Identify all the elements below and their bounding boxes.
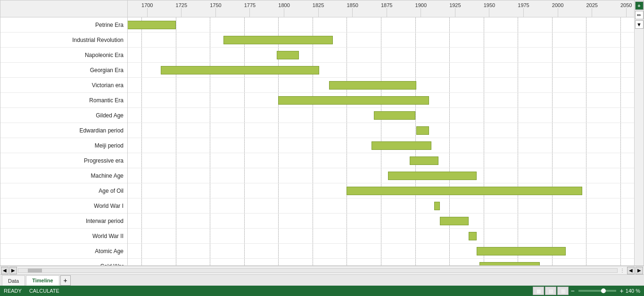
zoom-out-button[interactable]: − [570, 287, 574, 295]
axis-tick-line [318, 8, 319, 17]
axis-ticks: 1700172517501775180018251850187519001925… [128, 0, 634, 17]
labels-column: Petrine EraIndustrial RevolutionNapoleon… [0, 0, 128, 265]
axis-tick-label: 1725 [176, 0, 187, 8]
filter-button[interactable]: ▼ [635, 20, 644, 29]
timeline-bar[interactable] [329, 81, 417, 90]
axis-tick-line [421, 8, 421, 17]
ready-status: READY [4, 288, 22, 294]
label-row: Atomic Age [0, 244, 127, 259]
tab-data[interactable]: Data [2, 275, 25, 286]
label-row: Edwardian period [0, 123, 127, 138]
axis-tick: 1975 [518, 0, 529, 17]
label-row: Napoleonic Era [0, 48, 127, 63]
axis-tick: 1775 [244, 0, 256, 17]
add-button[interactable]: + [635, 1, 644, 10]
zoom-thumb [601, 288, 606, 293]
axis-tick: 2050 [620, 0, 632, 17]
axis-tick: 1925 [449, 0, 461, 17]
timeline-bar[interactable] [410, 156, 438, 165]
label-row: Romantic Era [0, 93, 127, 108]
timeline-bar[interactable] [434, 202, 440, 210]
timeline-bar[interactable] [388, 172, 477, 180]
axis-tick: 1700 [141, 0, 153, 17]
axis-tick-line [523, 8, 524, 17]
bar-row [128, 168, 634, 183]
timeline-bar[interactable] [477, 247, 566, 255]
bar-row [128, 123, 634, 138]
timeline-bar[interactable] [479, 262, 540, 266]
timeline-bar[interactable] [372, 141, 432, 150]
scroll-end-right[interactable]: ▶ [636, 267, 643, 274]
tabs-bar: DataTimeline + [0, 274, 644, 286]
axis-tick-line [558, 8, 558, 17]
timeline-bar[interactable] [223, 36, 333, 44]
timeline-bar[interactable] [469, 232, 477, 240]
label-row: Machine Age [0, 168, 127, 183]
chart-column: 1700172517501775180018251850187519001925… [128, 0, 634, 265]
status-bar: READY CALCULATE ▦▤▥ − + 140 % [0, 286, 644, 296]
tab-timeline[interactable]: Timeline [26, 275, 59, 286]
axis-tick-label: 2025 [586, 0, 597, 8]
label-rows: Petrine EraIndustrial RevolutionNapoleon… [0, 17, 127, 265]
bar-row [128, 214, 634, 229]
view-mode-button[interactable]: ▦ [533, 287, 544, 295]
app-container: Petrine EraIndustrial RevolutionNapoleon… [0, 0, 644, 296]
axis-tick-label: 1975 [518, 0, 529, 8]
timeline-bar[interactable] [161, 66, 320, 74]
bar-row [128, 138, 634, 153]
label-row: Industrial Revolution [0, 33, 127, 48]
add-sheet-button[interactable]: + [60, 275, 71, 286]
scroll-right-button[interactable]: ▶ [9, 267, 17, 274]
view-mode-button[interactable]: ▥ [557, 287, 569, 295]
label-row: World War I [0, 198, 127, 214]
timeline-bar[interactable] [416, 126, 429, 135]
label-row: World War II [0, 229, 127, 244]
zoom-slider[interactable] [578, 290, 616, 292]
axis-tick-label: 1800 [278, 0, 289, 8]
axis-tick-label: 1850 [347, 0, 358, 8]
axis-tick: 1875 [381, 0, 392, 17]
view-buttons: ▦▤▥ [533, 287, 569, 295]
axis-tick-line [249, 8, 250, 17]
timeline-bar[interactable] [128, 21, 176, 29]
axis-tick-label: 1775 [244, 0, 256, 8]
timeline-bar[interactable] [278, 96, 429, 105]
scroll-end-left[interactable]: ◀ [627, 267, 635, 274]
timeline-bar[interactable] [347, 187, 582, 195]
scroll-dots: ⋮ [619, 267, 626, 274]
calculate-status: CALCULATE [29, 288, 59, 294]
bar-row [128, 183, 634, 198]
timeline-bar[interactable] [277, 51, 298, 59]
axis-tick-line [215, 8, 216, 17]
axis-tick: 1950 [484, 0, 495, 17]
axis-tick: 2025 [586, 0, 597, 17]
axis-tick-label: 1925 [449, 0, 461, 8]
scroll-left-button[interactable]: ◀ [1, 267, 8, 274]
axis-tick: 1800 [278, 0, 289, 17]
zoom-in-button[interactable]: + [620, 287, 624, 295]
view-mode-button[interactable]: ▤ [545, 287, 556, 295]
bar-row [128, 48, 634, 63]
pen-button[interactable]: ✏ [635, 11, 644, 19]
axis-tick-label: 2000 [552, 0, 563, 8]
bottom-scrollbar: ◀ ▶ ⋮ ◀ ▶ [0, 266, 644, 274]
scroll-track[interactable] [18, 268, 618, 273]
label-row: Petrine Era [0, 17, 127, 33]
axis-tick-line [455, 8, 455, 17]
axis-tick-label: 1700 [141, 0, 153, 8]
bar-row [128, 198, 634, 214]
label-row: Cold War [0, 259, 127, 265]
status-right: ▦▤▥ − + 140 % [533, 287, 640, 295]
axis-tick-line [489, 8, 489, 17]
right-toolbar: + ✏ ▼ [634, 0, 644, 265]
timeline-bar[interactable] [374, 111, 415, 120]
label-row: Georgian Era [0, 63, 127, 78]
timeline-bar[interactable] [440, 217, 469, 225]
axis-tick: 2000 [552, 0, 563, 17]
chart-area: Petrine EraIndustrial RevolutionNapoleon… [0, 0, 644, 266]
bar-row [128, 229, 634, 244]
axis-tick-label: 2050 [620, 0, 632, 8]
axis-tick-line [592, 8, 592, 17]
chart-rows [128, 17, 634, 265]
label-row: Progressive era [0, 153, 127, 168]
